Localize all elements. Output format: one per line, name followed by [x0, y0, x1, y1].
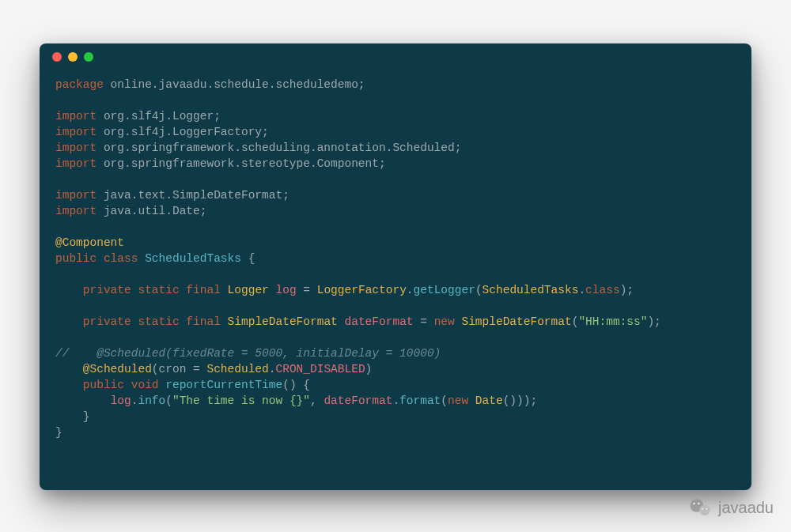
operator: = [303, 284, 310, 296]
keyword: final [186, 315, 221, 328]
import-path: org.springframework.stereotype.Component… [97, 157, 385, 170]
string: "The time is now {}" [172, 394, 310, 407]
keyword: static [138, 284, 179, 296]
method: format [399, 394, 441, 407]
variable: dateFormat [345, 315, 414, 328]
method: getLogger [414, 284, 475, 296]
method: reportCurrentTime [165, 379, 282, 391]
keyword: class [585, 284, 620, 296]
operator: = [420, 315, 427, 328]
keyword: final [186, 284, 221, 296]
import-path: java.util.Date; [97, 205, 206, 217]
wechat-icon [688, 496, 712, 519]
type: Scheduled [206, 363, 268, 375]
brace: { [248, 252, 255, 265]
method: info [138, 394, 165, 407]
keyword: private [83, 284, 131, 296]
type: SimpleDateFormat [228, 315, 338, 328]
keyword: class [104, 252, 138, 265]
variable: dateFormat [324, 394, 392, 407]
keyword: import [55, 141, 97, 154]
keyword: package [55, 78, 104, 91]
import-path: org.slf4j.Logger; [97, 110, 221, 123]
close-icon[interactable] [52, 52, 62, 62]
type: LoggerFactory [317, 284, 407, 296]
keyword: import [55, 189, 97, 202]
keyword: public [83, 379, 124, 391]
param: cron [159, 363, 187, 375]
variable: log [111, 394, 131, 407]
brace: } [83, 410, 90, 423]
svg-point-1 [699, 505, 710, 515]
code-block: package online.javaadu.schedule.schedule… [40, 70, 751, 456]
keyword: public [55, 252, 97, 265]
type: Date [475, 394, 503, 407]
constant: CRON_DISABLED [275, 363, 365, 375]
keyword: new [448, 394, 468, 407]
keyword: static [138, 315, 179, 328]
import-path: org.springframework.scheduling.annotatio… [97, 141, 461, 154]
annotation: @Component [55, 236, 124, 249]
keyword: import [55, 205, 97, 217]
string: "HH:mm:ss" [578, 315, 647, 328]
import-path: java.text.SimpleDateFormat; [97, 189, 290, 202]
brace: } [55, 426, 62, 439]
variable: log [276, 284, 297, 296]
class-name: ScheduledTasks [145, 252, 241, 265]
type: ScheduledTasks [483, 284, 579, 296]
keyword: new [434, 315, 455, 328]
keyword: import [55, 110, 97, 123]
keyword: private [83, 315, 131, 328]
type: Logger [228, 284, 269, 296]
brace: { [303, 379, 310, 391]
window-titlebar [40, 43, 751, 70]
keyword: import [55, 157, 97, 170]
svg-point-5 [706, 508, 707, 510]
watermark: javaadu [688, 496, 774, 519]
type: SimpleDateFormat [461, 315, 571, 328]
code-window: package online.javaadu.schedule.schedule… [40, 43, 751, 490]
maximize-icon[interactable] [84, 52, 93, 62]
import-path: org.slf4j.LoggerFactory; [97, 126, 269, 138]
svg-point-2 [693, 503, 695, 505]
comment: // @Scheduled(fixedRate = 5000, initialD… [55, 347, 441, 360]
package-path: online.javaadu.schedule.scheduledemo; [104, 78, 365, 91]
keyword: import [55, 126, 97, 138]
svg-point-4 [702, 508, 703, 510]
watermark-text: javaadu [718, 499, 774, 517]
svg-point-3 [698, 503, 700, 505]
minimize-icon[interactable] [68, 52, 78, 62]
annotation: @Scheduled [83, 363, 152, 375]
keyword: void [131, 379, 159, 391]
